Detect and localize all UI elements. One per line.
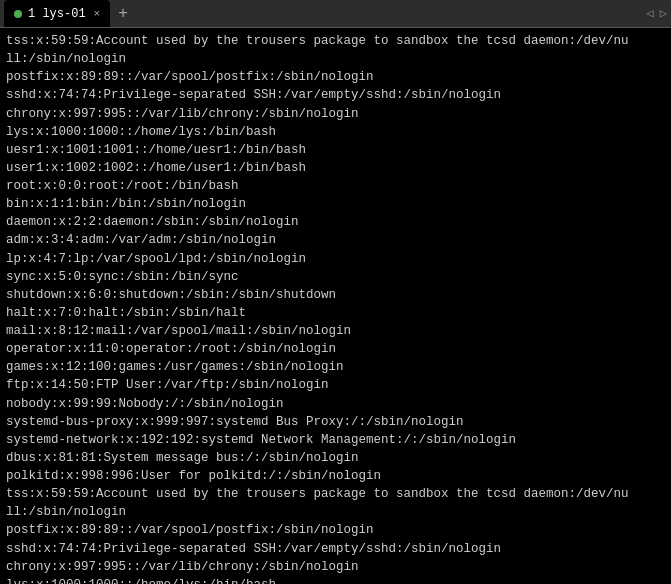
- terminal-output[interactable]: tss:x:59:59:Account used by the trousers…: [0, 28, 671, 584]
- tab-bar: 1 lys-01 × + ◁ ▷: [0, 0, 671, 28]
- tab-navigation-arrows: ◁ ▷: [647, 6, 667, 21]
- tab-status-dot: [14, 10, 22, 18]
- arrow-right-icon[interactable]: ▷: [660, 6, 667, 21]
- active-tab[interactable]: 1 lys-01 ×: [4, 0, 110, 27]
- tab-close-button[interactable]: ×: [94, 8, 101, 20]
- arrow-left-icon[interactable]: ◁: [647, 6, 654, 21]
- new-tab-button[interactable]: +: [114, 5, 132, 23]
- tab-label: 1 lys-01: [28, 7, 86, 21]
- terminal-window: 1 lys-01 × + ◁ ▷ tss:x:59:59:Account use…: [0, 0, 671, 584]
